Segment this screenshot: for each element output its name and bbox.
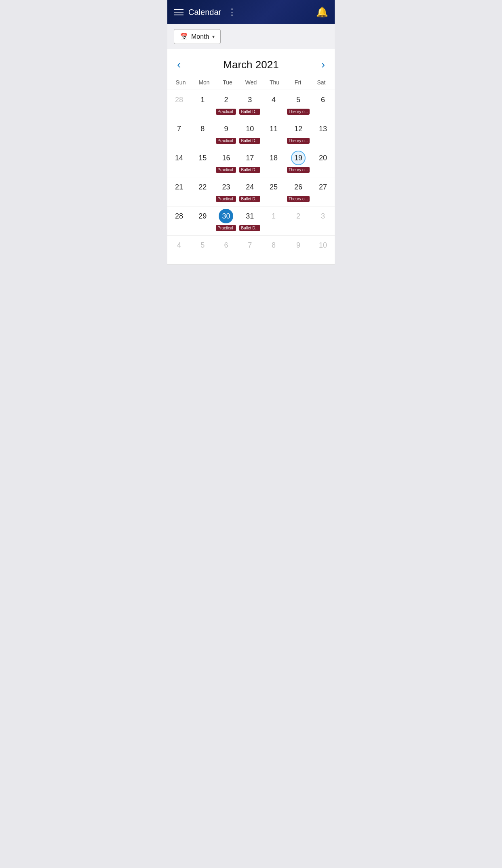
day-number: 5: [195, 238, 210, 252]
calendar-cell[interactable]: 8: [191, 119, 214, 148]
calendar-cell[interactable]: 9: [285, 235, 311, 265]
calendar-cell[interactable]: 3: [311, 206, 335, 235]
calendar-cell[interactable]: 10: [311, 235, 335, 265]
calendar-cell[interactable]: 14: [167, 148, 191, 177]
day-number: 8: [195, 122, 210, 136]
calendar-cell[interactable]: 30Practical: [214, 206, 238, 235]
calendar-cell[interactable]: 22: [191, 177, 214, 206]
day-number: 2: [291, 209, 306, 223]
calendar-cell[interactable]: 7: [167, 119, 191, 148]
menu-icon[interactable]: [174, 9, 184, 15]
calendar-cell[interactable]: 1: [262, 206, 285, 235]
day-number: 10: [316, 238, 330, 252]
calendar-cell[interactable]: 28: [167, 90, 191, 119]
day-number: 28: [172, 92, 186, 107]
day-header-mon: Mon: [192, 77, 216, 88]
calendar-cell[interactable]: 16Practical: [214, 148, 238, 177]
calendar-cell[interactable]: 8: [262, 235, 285, 265]
event-badge[interactable]: Practical: [216, 109, 236, 115]
calendar-cell[interactable]: 3Ballet D...: [238, 90, 262, 119]
event-badge[interactable]: Ballet D...: [239, 109, 260, 115]
day-number: 16: [219, 151, 233, 165]
day-header-sun: Sun: [169, 77, 192, 88]
event-badge[interactable]: Theory o...: [287, 196, 310, 202]
calendar-cell[interactable]: 6: [311, 90, 335, 119]
calendar-cell[interactable]: 4: [167, 235, 191, 265]
day-headers: Sun Mon Tue Wed Thu Fri Sat: [167, 77, 335, 88]
day-number: 6: [219, 238, 233, 252]
prev-month-button[interactable]: ‹: [174, 57, 184, 73]
calendar-cell[interactable]: 5: [191, 235, 214, 265]
day-number: 2: [219, 92, 233, 107]
day-number: 30: [219, 209, 233, 223]
day-number: 1: [266, 209, 281, 223]
day-number: 4: [266, 92, 281, 107]
day-number: 12: [291, 122, 306, 136]
calendar-cell[interactable]: 12Theory o...: [285, 119, 311, 148]
calendar-cell[interactable]: 19Theory o...: [285, 148, 311, 177]
event-badge[interactable]: Theory o...: [287, 109, 310, 115]
month-navigation: ‹ March 2021 ›: [167, 49, 335, 77]
calendar-cell[interactable]: 6: [214, 235, 238, 265]
calendar-cell[interactable]: 5Theory o...: [285, 90, 311, 119]
calendar: ‹ March 2021 › Sun Mon Tue Wed Thu Fri S…: [167, 49, 335, 265]
event-badge[interactable]: Practical: [216, 138, 236, 144]
app-title: Calendar: [188, 8, 221, 17]
event-badge[interactable]: Practical: [216, 167, 236, 173]
bell-icon[interactable]: 🔔: [316, 6, 328, 18]
calendar-cell[interactable]: 18: [262, 148, 285, 177]
calendar-cell[interactable]: 26Theory o...: [285, 177, 311, 206]
calendar-cell[interactable]: 7: [238, 235, 262, 265]
event-badge[interactable]: Theory o...: [287, 138, 310, 144]
day-number: 14: [172, 151, 186, 165]
calendar-cell[interactable]: 20: [311, 148, 335, 177]
calendar-cell[interactable]: 4: [262, 90, 285, 119]
bottom-area: [167, 265, 335, 406]
calendar-cell[interactable]: 2: [285, 206, 311, 235]
calendar-cell[interactable]: 17Ballet D...: [238, 148, 262, 177]
month-btn-label: Month: [191, 33, 209, 40]
calendar-cell[interactable]: 24Ballet D...: [238, 177, 262, 206]
more-options-icon[interactable]: ⋮: [228, 7, 237, 17]
day-number: 22: [195, 180, 210, 194]
header-left: Calendar ⋮: [174, 7, 237, 17]
calendar-cell[interactable]: 25: [262, 177, 285, 206]
day-number: 9: [291, 238, 306, 252]
calendar-cell[interactable]: 9Practical: [214, 119, 238, 148]
calendar-cell[interactable]: 31Ballet D...: [238, 206, 262, 235]
app-header: Calendar ⋮ 🔔: [167, 0, 335, 24]
calendar-cell[interactable]: 27: [311, 177, 335, 206]
event-badge[interactable]: Ballet D...: [239, 167, 260, 173]
calendar-cell[interactable]: 11: [262, 119, 285, 148]
day-number: 28: [172, 209, 186, 223]
day-number: 7: [243, 238, 257, 252]
calendar-cell[interactable]: 2Practical: [214, 90, 238, 119]
calendar-cell[interactable]: 15: [191, 148, 214, 177]
calendar-cell[interactable]: 29: [191, 206, 214, 235]
day-header-sat: Sat: [310, 77, 333, 88]
event-badge[interactable]: Theory o...: [287, 167, 310, 173]
next-month-button[interactable]: ›: [318, 57, 328, 73]
day-number: 7: [172, 122, 186, 136]
event-badge[interactable]: Ballet D...: [239, 225, 260, 231]
month-view-button[interactable]: 📅 Month ▾: [174, 29, 221, 44]
event-badge[interactable]: Ballet D...: [239, 138, 260, 144]
day-number: 15: [195, 151, 210, 165]
day-header-tue: Tue: [216, 77, 239, 88]
calendar-cell[interactable]: 21: [167, 177, 191, 206]
calendar-cell[interactable]: 23Practical: [214, 177, 238, 206]
calendar-cell[interactable]: 1: [191, 90, 214, 119]
day-number: 8: [266, 238, 281, 252]
day-number: 29: [195, 209, 210, 223]
event-badge[interactable]: Practical: [216, 196, 236, 202]
calendar-cell[interactable]: 13: [311, 119, 335, 148]
event-badge[interactable]: Ballet D...: [239, 196, 260, 202]
calendar-cell[interactable]: 10Ballet D...: [238, 119, 262, 148]
day-number: 21: [172, 180, 186, 194]
calendar-cell[interactable]: 28: [167, 206, 191, 235]
day-number: 3: [316, 209, 330, 223]
day-number: 11: [266, 122, 281, 136]
event-badge[interactable]: Practical: [216, 225, 236, 231]
day-number: 18: [266, 151, 281, 165]
day-number: 31: [243, 209, 257, 223]
